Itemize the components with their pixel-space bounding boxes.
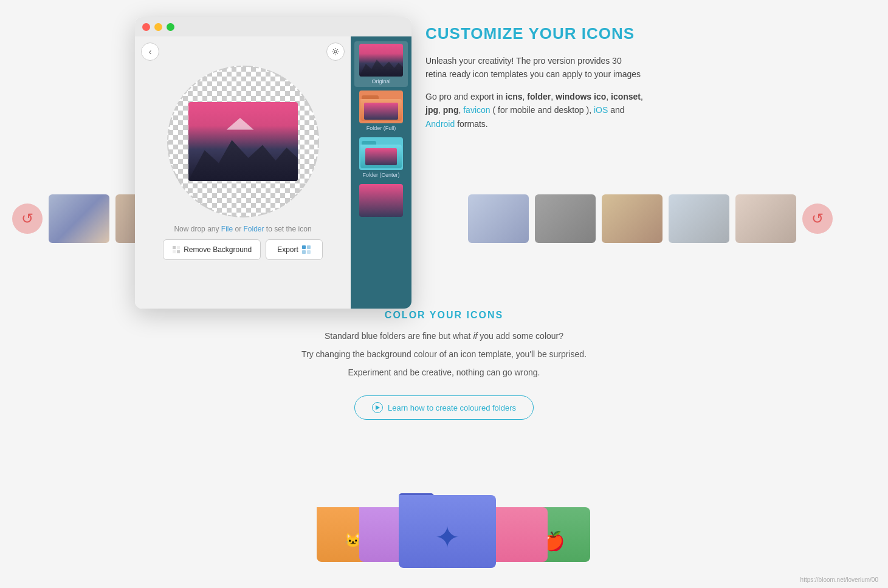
color-section: COLOR YOUR ICONS Standard blue folders a… <box>0 310 888 420</box>
thumb-item <box>49 194 109 243</box>
editor-actions: Remove Background Export <box>141 239 345 260</box>
svg-rect-4 <box>177 250 180 253</box>
template-folder-full[interactable]: Folder (Full) <box>354 88 408 134</box>
thumb-item <box>602 194 663 243</box>
template-thumb-folder-full <box>359 91 403 123</box>
svg-rect-2 <box>177 246 180 249</box>
folders-display: 🐱 ✦ 🍎 <box>298 434 590 568</box>
back-button[interactable]: ‹ <box>141 43 159 61</box>
close-button[interactable] <box>142 23 150 31</box>
status-bar: https://bloom.net/loverium/00 <box>800 576 878 583</box>
maximize-button[interactable] <box>167 23 174 31</box>
template-label: Original <box>371 78 390 84</box>
export-button[interactable]: Export <box>266 239 323 260</box>
color-line3: Experiment and be creative, nothing can … <box>348 366 540 380</box>
settings-button[interactable] <box>326 43 345 61</box>
folder-blue-center: ✦ <box>399 477 496 568</box>
svg-rect-6 <box>307 245 311 249</box>
drop-hint: Now drop any File or Folder to set the i… <box>174 225 311 233</box>
thumb-item <box>535 194 596 243</box>
mini-mountain <box>364 103 398 120</box>
title-bar <box>135 17 411 36</box>
thumb-item <box>735 194 796 243</box>
thumb-item <box>468 194 529 243</box>
svg-rect-7 <box>302 250 306 254</box>
template-folder-center[interactable]: Folder (Center) <box>354 135 408 180</box>
folder-content-star: ✦ <box>405 513 490 562</box>
editor-toolbar: ‹ <box>141 43 345 61</box>
info-title: CUSTOMIZE YOUR ICONS <box>425 24 644 43</box>
template-label: Folder (Center) <box>362 172 399 178</box>
template-label: Folder (Full) <box>367 125 396 131</box>
info-para1: Unleash your creativity! The pro version… <box>425 54 644 81</box>
play-triangle <box>376 405 380 410</box>
template-thumb-bottom <box>359 184 403 217</box>
templates-sidebar: Original Folder (Full) Folder (Center) <box>351 36 411 309</box>
svg-rect-5 <box>302 245 306 249</box>
color-line1: Standard blue folders are fine but what … <box>325 329 563 344</box>
file-link[interactable]: File <box>221 225 233 233</box>
color-line2: Try changing the background colour of an… <box>301 347 587 362</box>
template-original[interactable]: Original <box>354 41 408 87</box>
info-para2: Go pro and export in icns, folder, windo… <box>425 90 644 131</box>
learn-btn-label: Learn how to create coloured folders <box>388 403 516 412</box>
refresh-icon-right: ↺ <box>802 203 833 234</box>
app-body: ‹ Now drop any File or Folder to set the… <box>135 36 411 309</box>
template-thumb-folder-center <box>359 137 403 170</box>
svg-rect-1 <box>173 246 176 249</box>
folder-link[interactable]: Folder <box>244 225 264 233</box>
remove-background-button[interactable]: Remove Background <box>163 239 261 260</box>
svg-point-0 <box>334 50 337 53</box>
app-window: ‹ Now drop any File or Folder to set the… <box>135 17 411 309</box>
thumb-item <box>669 194 729 243</box>
mountain-preview <box>188 102 298 181</box>
play-icon <box>372 402 383 413</box>
minimize-button[interactable] <box>154 23 162 31</box>
template-bottom[interactable] <box>354 182 408 221</box>
svg-rect-3 <box>173 250 176 253</box>
mini-mountain-center <box>365 148 397 165</box>
android-link[interactable]: Android <box>425 119 455 129</box>
thumbnail-strip: ↺ ↺ <box>0 188 888 249</box>
editor-panel: ‹ Now drop any File or Folder to set the… <box>135 36 351 309</box>
folder-body: ✦ <box>399 495 496 568</box>
learn-button[interactable]: Learn how to create coloured folders <box>354 395 534 420</box>
template-thumb-original <box>359 44 403 77</box>
color-section-title: COLOR YOUR ICONS <box>385 310 503 321</box>
svg-rect-8 <box>307 250 311 254</box>
canvas-area <box>167 66 319 217</box>
favicon-link[interactable]: favicon <box>463 105 490 115</box>
ios-link[interactable]: iOS <box>594 105 608 115</box>
canvas-image <box>188 102 298 181</box>
refresh-icon-left: ↺ <box>12 203 43 234</box>
info-panel: CUSTOMIZE YOUR ICONS Unleash your creati… <box>425 24 644 139</box>
